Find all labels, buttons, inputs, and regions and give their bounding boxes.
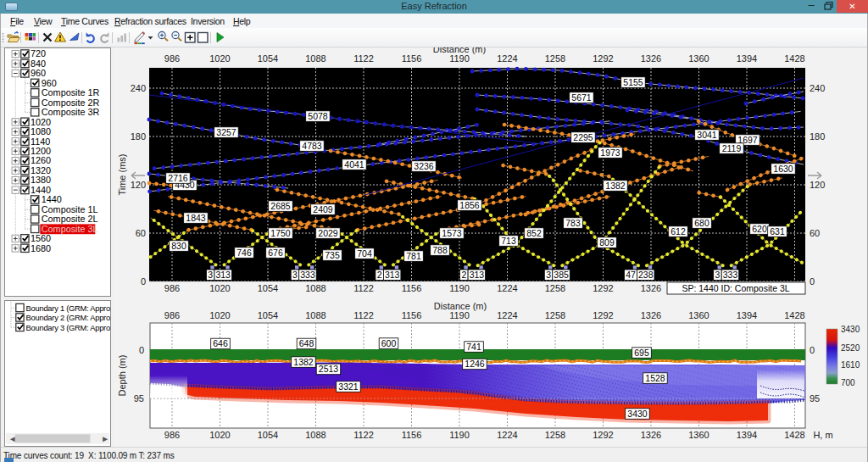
svg-text:5078: 5078 [308, 111, 328, 121]
svg-text:1258: 1258 [545, 310, 565, 320]
svg-text:1020: 1020 [31, 117, 51, 127]
svg-text:1856: 1856 [459, 200, 480, 210]
svg-text:1122: 1122 [353, 310, 374, 320]
svg-text:1326: 1326 [641, 310, 661, 320]
svg-text:5155: 5155 [623, 77, 643, 87]
svg-text:313: 313 [470, 270, 485, 280]
svg-text:840: 840 [31, 58, 46, 69]
svg-text:SP: 1440 ID: Composite 3L: SP: 1440 ID: Composite 3L [682, 283, 789, 293]
svg-text:1020: 1020 [209, 53, 230, 64]
svg-text:Time (ms): Time (ms) [117, 153, 127, 195]
svg-text:1122: 1122 [353, 430, 374, 440]
svg-text:►: ► [101, 434, 109, 443]
svg-text:4041: 4041 [344, 159, 364, 170]
svg-text:1258: 1258 [545, 430, 565, 440]
svg-text:385: 385 [554, 270, 569, 280]
svg-text:1320: 1320 [31, 165, 51, 175]
svg-text:1054: 1054 [258, 283, 278, 293]
svg-text:1020: 1020 [209, 283, 230, 293]
svg-text:0: 0 [810, 276, 815, 287]
svg-text:1190: 1190 [449, 283, 470, 293]
svg-text:Composite 2L: Composite 2L [42, 214, 98, 224]
svg-text:1360: 1360 [688, 430, 709, 440]
svg-text:1190: 1190 [449, 430, 470, 440]
svg-text:0: 0 [141, 276, 146, 287]
svg-text:1122: 1122 [353, 283, 374, 293]
svg-text:1200: 1200 [31, 146, 51, 156]
svg-text:1054: 1054 [258, 430, 278, 440]
svg-text:2: 2 [461, 270, 466, 280]
svg-text:1258: 1258 [545, 283, 565, 293]
svg-text:1156: 1156 [402, 53, 422, 64]
svg-text:47: 47 [626, 270, 636, 280]
svg-text:1088: 1088 [305, 283, 326, 293]
svg-text:1156: 1156 [402, 430, 422, 440]
svg-text:1292: 1292 [593, 430, 613, 440]
svg-text:0: 0 [139, 345, 144, 355]
svg-text:1680: 1680 [31, 243, 51, 253]
svg-text:1292: 1292 [593, 283, 613, 293]
svg-text:1246: 1246 [465, 359, 485, 369]
svg-text:120: 120 [810, 180, 825, 190]
svg-text:1326: 1326 [641, 53, 661, 64]
svg-text:612: 612 [670, 226, 686, 237]
svg-text:Depth (m): Depth (m) [117, 355, 127, 397]
svg-text:3: 3 [546, 270, 551, 280]
svg-text:1973: 1973 [600, 148, 620, 158]
svg-text:1326: 1326 [641, 430, 661, 440]
svg-text:2513: 2513 [319, 364, 339, 374]
svg-text:1088: 1088 [305, 430, 326, 440]
svg-text:680: 680 [694, 218, 709, 228]
svg-text:3236: 3236 [414, 161, 434, 171]
svg-text:781: 781 [406, 251, 421, 261]
svg-text:2295: 2295 [573, 132, 593, 142]
svg-text:180: 180 [810, 131, 825, 142]
svg-text:1750: 1750 [270, 228, 291, 238]
svg-text:60: 60 [136, 228, 146, 238]
svg-text:Composite 3R: Composite 3R [42, 107, 100, 117]
svg-text:1054: 1054 [258, 53, 278, 64]
svg-text:2: 2 [377, 270, 382, 280]
svg-text:1224: 1224 [497, 283, 517, 293]
svg-text:704: 704 [357, 248, 372, 259]
svg-text:2520: 2520 [841, 343, 860, 353]
svg-text:986: 986 [164, 310, 180, 320]
svg-text:1630: 1630 [773, 164, 793, 174]
svg-text:620: 620 [752, 224, 767, 234]
svg-text:1528: 1528 [645, 373, 665, 383]
svg-text:60: 60 [810, 228, 820, 238]
svg-text:95: 95 [134, 393, 144, 404]
svg-text:1190: 1190 [449, 53, 470, 64]
svg-text:313: 313 [215, 270, 231, 280]
svg-text:3: 3 [292, 270, 298, 280]
svg-text:1560: 1560 [31, 233, 51, 243]
svg-text:783: 783 [565, 218, 581, 228]
svg-text:1292: 1292 [593, 53, 613, 64]
svg-text:180: 180 [131, 131, 146, 142]
svg-text:Boundary 1 (GRM: Approxim: Boundary 1 (GRM: Approxim [26, 304, 111, 313]
svg-text:1088: 1088 [305, 53, 326, 64]
svg-text:Composite 1R: Composite 1R [42, 87, 100, 97]
svg-text:H, m: H, m [813, 430, 832, 440]
svg-text:1292: 1292 [593, 310, 613, 320]
svg-text:Distance (m): Distance (m) [434, 301, 487, 311]
svg-text:3321: 3321 [338, 381, 359, 392]
svg-text:1380: 1380 [31, 175, 51, 185]
svg-text:1258: 1258 [545, 53, 565, 64]
svg-text:Composite 2R: Composite 2R [42, 97, 100, 108]
svg-text:986: 986 [164, 53, 180, 64]
svg-text:1020: 1020 [209, 430, 230, 440]
svg-text:809: 809 [599, 237, 615, 248]
svg-text:1326: 1326 [641, 283, 661, 293]
svg-text:1440: 1440 [42, 194, 62, 204]
svg-text:238: 238 [638, 270, 654, 280]
svg-text:3: 3 [208, 270, 213, 280]
svg-text:Composite 1L: Composite 1L [42, 204, 98, 214]
svg-text:1394: 1394 [737, 310, 757, 320]
svg-text:1020: 1020 [209, 310, 230, 320]
svg-text:3: 3 [715, 270, 721, 280]
svg-text:631: 631 [770, 226, 785, 237]
svg-text:1394: 1394 [737, 430, 757, 440]
svg-text:2119: 2119 [722, 143, 742, 153]
svg-text:313: 313 [385, 270, 400, 280]
